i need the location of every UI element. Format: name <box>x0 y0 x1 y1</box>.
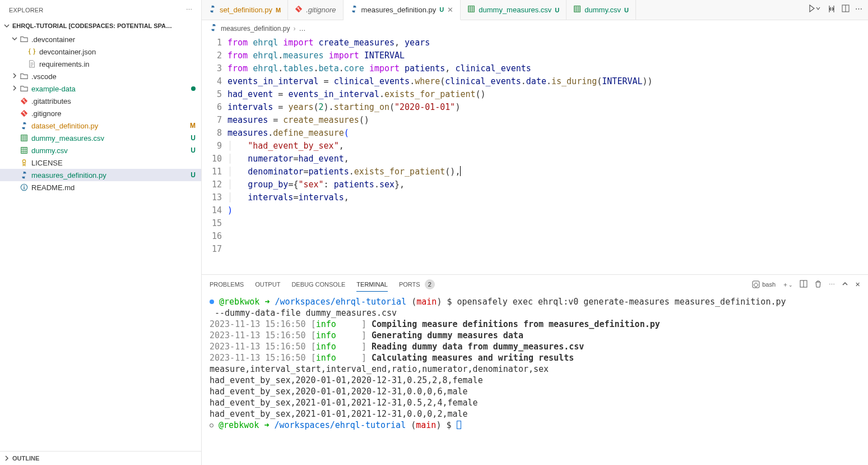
chevron-right-icon[interactable] <box>10 72 19 81</box>
scm-badge: U <box>191 134 196 142</box>
tab-label: dummy_measures.csv <box>479 6 551 14</box>
bottom-panel: PROBLEMS OUTPUT DEBUG CONSOLE TERMINAL P… <box>202 274 868 465</box>
maximize-panel-icon[interactable] <box>842 280 848 288</box>
tree-item[interactable]: devcontainer.json <box>0 45 201 58</box>
python-icon <box>210 24 217 33</box>
tree-item-label: README.md <box>31 183 196 192</box>
ports-count-badge: 2 <box>425 279 435 289</box>
tree-item[interactable]: .gitattributes <box>0 95 201 107</box>
kill-terminal-icon[interactable] <box>814 280 822 289</box>
editor-tab[interactable]: dummy_measures.csvU <box>461 0 567 20</box>
new-terminal-icon[interactable]: ＋⌄ <box>782 280 793 289</box>
svg-rect-6 <box>21 135 27 141</box>
tab-terminal[interactable]: TERMINAL <box>356 278 388 292</box>
explorer-more-icon[interactable]: ⋯ <box>186 6 192 13</box>
tree-item[interactable]: requirements.in <box>0 58 201 70</box>
close-tab-icon[interactable]: ✕ <box>447 6 453 14</box>
svg-point-14 <box>211 6 212 7</box>
panel-tab-bar: PROBLEMS OUTPUT DEBUG CONSOLE TERMINAL P… <box>202 275 868 294</box>
tab-label: measures_definition.py <box>361 6 437 14</box>
tree-item[interactable]: example-data <box>0 82 201 95</box>
breadcrumb-rest: … <box>299 25 305 33</box>
breadcrumb-file: measures_definition.py <box>221 25 290 33</box>
code-content[interactable]: from ehrql import create_measures, years… <box>228 36 868 274</box>
split-editor-icon[interactable] <box>842 4 850 15</box>
split-terminal-icon[interactable] <box>800 280 807 289</box>
svg-rect-26 <box>753 281 759 288</box>
project-section-header[interactable]: EHRQL-TUTORIAL [CODESPACES: POTENTIAL SP… <box>0 20 201 32</box>
tree-item-label: example-data <box>31 85 191 93</box>
panel-more-icon[interactable]: ⋯ <box>829 281 835 288</box>
tree-item-label: .devcontainer <box>31 35 196 44</box>
scm-badge: U <box>624 7 629 13</box>
tab-problems[interactable]: PROBLEMS <box>210 278 244 291</box>
tree-item[interactable]: .gitignore <box>0 107 201 119</box>
tree-item-label: measures_definition.py <box>31 171 191 179</box>
tree-item[interactable]: .vscode <box>0 70 201 82</box>
tree-item-label: dataset_definition.py <box>31 122 190 130</box>
scm-badge: U <box>555 7 559 13</box>
csv-icon <box>19 133 29 143</box>
svg-rect-12 <box>24 187 25 189</box>
explorer-sidebar: EXPLORER ⋯ EHRQL-TUTORIAL [CODESPACES: P… <box>0 0 202 465</box>
tree-item[interactable]: LICENSE <box>0 156 201 169</box>
tree-item-label: .gitattributes <box>31 97 196 105</box>
code-editor[interactable]: 1234567891011121314151617 from ehrql imp… <box>202 36 868 274</box>
run-dropdown-icon[interactable] <box>809 4 821 15</box>
svg-rect-7 <box>21 148 27 154</box>
editor-tab[interactable]: .gitignore <box>288 0 343 20</box>
svg-point-5 <box>25 128 25 128</box>
chevron-down-icon <box>2 21 11 30</box>
tree-item[interactable]: dummy.csvU <box>0 144 201 156</box>
git-icon <box>295 5 303 15</box>
editor-more-icon[interactable]: ⋯ <box>855 4 862 15</box>
tab-debug[interactable]: DEBUG CONSOLE <box>291 278 345 291</box>
svg-point-9 <box>23 172 24 173</box>
outline-label: OUTLINE <box>12 455 39 462</box>
license-icon <box>19 158 29 168</box>
tree-item[interactable]: measures_definition.pyU <box>0 169 201 181</box>
chevron-down-icon[interactable] <box>10 35 19 44</box>
file-tree: .devcontainerdevcontainer.jsonrequiremen… <box>0 32 201 451</box>
breadcrumb[interactable]: measures_definition.py › … <box>202 20 868 36</box>
outline-section-header[interactable]: OUTLINE <box>0 451 201 465</box>
folder-icon <box>19 71 29 81</box>
editor-tab[interactable]: measures_definition.pyU✕ <box>344 0 461 20</box>
scm-badge: U <box>191 171 196 179</box>
tree-item[interactable]: README.md <box>0 181 201 194</box>
modified-dot-icon <box>191 86 196 91</box>
python-icon <box>208 5 216 15</box>
git-icon <box>19 96 29 106</box>
svg-point-19 <box>355 11 355 11</box>
scm-badge: U <box>439 6 444 13</box>
chevron-right-icon[interactable] <box>10 85 19 93</box>
csv-icon <box>19 145 29 155</box>
svg-point-8 <box>22 160 25 163</box>
folder-icon <box>19 84 29 94</box>
tab-label: dummy.csv <box>584 6 621 14</box>
tree-item[interactable]: dataset_definition.pyM <box>0 119 201 132</box>
python-icon <box>350 5 358 15</box>
editor-tab[interactable]: set_definition.pyM <box>202 0 288 20</box>
shell-indicator[interactable]: bash <box>752 280 776 288</box>
editor-tab[interactable]: dummy.csvU <box>567 0 636 20</box>
readme-icon <box>19 182 29 192</box>
panel-actions: bash ＋⌄ ⋯ ✕ <box>752 280 860 289</box>
svg-point-10 <box>25 177 25 178</box>
terminal-output[interactable]: @rebkwok ➜ /workspaces/ehrql-tutorial (m… <box>202 294 868 465</box>
svg-point-25 <box>214 30 215 30</box>
tab-ports[interactable]: PORTS 2 <box>399 276 435 293</box>
tree-item[interactable]: dummy_measures.csvU <box>0 132 201 144</box>
tree-item[interactable]: .devcontainer <box>0 33 201 45</box>
close-panel-icon[interactable]: ✕ <box>855 281 860 288</box>
tree-item-label: .gitignore <box>31 109 196 118</box>
tab-output[interactable]: OUTPUT <box>255 278 280 291</box>
compare-changes-icon[interactable] <box>827 4 836 15</box>
git-icon <box>19 108 29 118</box>
python-icon <box>19 121 29 131</box>
tree-item-label: devcontainer.json <box>39 48 196 56</box>
explorer-title: EXPLORER <box>9 7 44 13</box>
svg-rect-13 <box>24 186 25 187</box>
tree-item-label: dummy_measures.csv <box>31 134 191 142</box>
editor-area: set_definition.pyM.gitignoremeasures_def… <box>202 0 868 465</box>
